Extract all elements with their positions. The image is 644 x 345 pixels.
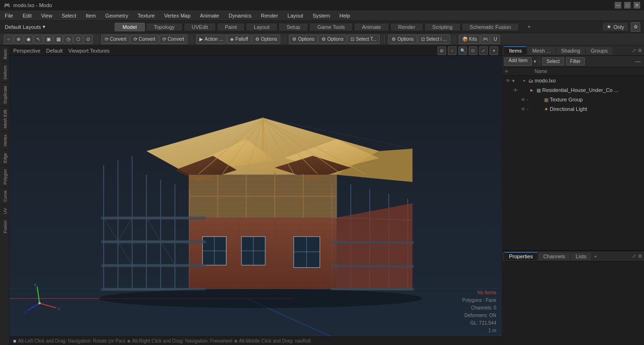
tab-schematic-fusion[interactable]: Schematic Fusion <box>462 23 519 31</box>
toolbar-kits-btn[interactable]: 📦 Kits <box>459 35 481 44</box>
menu-render[interactable]: Render <box>256 10 283 20</box>
add-item-button[interactable]: Add Item <box>504 57 532 66</box>
tab-scripting[interactable]: Scripting <box>424 23 461 31</box>
eye-icon-texture[interactable]: 👁 <box>519 96 527 103</box>
tab-render[interactable]: Render <box>390 23 423 31</box>
items-tab-items[interactable]: Items <box>504 46 527 54</box>
toolbar-paint-btn[interactable]: ▣ <box>44 35 53 44</box>
filter-button[interactable]: Filter <box>566 57 585 65</box>
tab-channels[interactable]: Channels <box>538 253 570 260</box>
settings-button[interactable]: ⚙ <box>631 22 640 32</box>
menu-animate[interactable]: Animate <box>195 10 224 20</box>
list-item-root[interactable]: 👁 + ▾ 🗂 modo.lxo <box>502 76 644 85</box>
toolbar-select-i-btn[interactable]: ⊡ Select i ... <box>418 35 450 44</box>
viewport-perspective-label[interactable]: Perspective <box>13 48 40 54</box>
toolbar-options-3-btn[interactable]: ⚙ Options <box>318 35 347 44</box>
window-controls[interactable]: — □ ✕ <box>615 2 640 9</box>
tab-lists[interactable]: Lists <box>571 253 591 260</box>
items-toolbar-arrow[interactable]: ▾ <box>534 59 536 64</box>
viewport-canvas[interactable]: X Y Z No Items Polygons : Face Channels:… <box>9 56 502 336</box>
tab-topology[interactable]: Topology <box>146 23 183 31</box>
select-button[interactable]: Select <box>542 57 564 65</box>
expand-icon-root[interactable]: ▾ <box>521 78 527 83</box>
toolbar-options-4-btn[interactable]: ⚙ Options <box>388 35 417 44</box>
viewport-menu-btn[interactable]: ▾ <box>490 46 498 55</box>
viewport-grid-btn[interactable]: ⊞ <box>438 46 446 55</box>
tab-layout[interactable]: Layout <box>246 23 277 31</box>
toolbar-edge-btn[interactable]: ⊕ <box>14 35 23 44</box>
sidebar-tab-fusion[interactable]: Fusion <box>0 217 9 236</box>
items-panel-gear-btn[interactable]: ⚙ <box>638 48 642 53</box>
add-tab-button[interactable]: + <box>520 23 535 31</box>
sidebar-tab-curve[interactable]: Curve <box>0 187 9 205</box>
toolbar-select-btn[interactable]: ↖ <box>34 35 43 44</box>
viewport-zoom-btn[interactable]: 🔍 <box>458 46 467 55</box>
toolbar-falloff-btn[interactable]: ◈ Falloff <box>227 35 251 44</box>
toolbar-convert-2[interactable]: ⟳ Convert <box>130 35 159 44</box>
menu-vertex-map[interactable]: Vertex Map <box>160 10 196 20</box>
tab-uvedit[interactable]: UVEdit <box>184 23 216 31</box>
toolbar-game-icon-btn[interactable]: 🎮 <box>481 35 490 44</box>
toolbar-convert-1[interactable]: ⟳ Convert <box>101 35 130 44</box>
tab-game-tools[interactable]: Game Tools <box>309 23 353 31</box>
toolbar-options-1-btn[interactable]: ⚙ Options <box>252 35 280 44</box>
viewport-orbit-btn[interactable]: ○ <box>448 46 456 55</box>
viewport-texture-label[interactable]: Viewport Textures <box>68 48 109 54</box>
items-minus-btn[interactable]: — <box>634 58 642 65</box>
maximize-button[interactable]: □ <box>624 2 631 9</box>
menu-geometry[interactable]: Geometry <box>100 10 133 20</box>
star-only-button[interactable]: ★ Only <box>603 23 628 31</box>
items-tab-groups[interactable]: Groups <box>586 47 612 54</box>
sidebar-tab-polygon[interactable]: Polygon <box>0 166 9 188</box>
list-item-house[interactable]: 👁 ▶ ▦ Residential_House_Under_Co ... <box>502 85 644 95</box>
sidebar-tab-edge[interactable]: Edge <box>0 150 9 166</box>
toolbar-grid-btn[interactable]: ▦ <box>54 35 63 44</box>
toolbar-poly-btn[interactable]: ◉ <box>24 35 33 44</box>
eye-icon-house[interactable]: 👁 <box>512 86 519 94</box>
tab-properties[interactable]: Properties <box>504 252 537 260</box>
list-item-light[interactable]: 👁 · ☀ Directional Light <box>502 104 644 114</box>
items-tab-mesh[interactable]: Mesh ... <box>528 47 555 54</box>
toolbar-options-2-btn[interactable]: ⚙ Options <box>289 35 317 44</box>
menu-file[interactable]: File <box>0 10 18 20</box>
tab-setup[interactable]: Setup <box>278 23 308 31</box>
eye-icon-light[interactable]: 👁 <box>519 105 527 113</box>
tab-model[interactable]: Model <box>115 23 145 31</box>
eye-icon-root[interactable]: 👁 <box>504 77 512 84</box>
toolbar-action-btn[interactable]: ▶ Action ... <box>196 35 226 44</box>
menu-item[interactable]: Item <box>81 10 100 20</box>
toolbar-hex-btn[interactable]: ⬡ <box>73 35 83 44</box>
viewport-shading-label[interactable]: Default <box>46 48 63 54</box>
toolbar-convert-3[interactable]: ⟳ Convert <box>159 35 188 44</box>
props-gear-btn[interactable]: ⚙ <box>638 254 642 259</box>
expand-icon-house[interactable]: ▶ <box>529 87 535 93</box>
menu-dynamics[interactable]: Dynamics <box>224 10 256 20</box>
close-button[interactable]: ✕ <box>634 2 640 9</box>
menu-system[interactable]: System <box>308 10 335 20</box>
sidebar-tab-deform[interactable]: Deform <box>0 62 9 82</box>
list-item-texture-group[interactable]: 👁 · ▦ Texture Group <box>502 95 644 104</box>
tab-animate[interactable]: Animate <box>354 23 389 31</box>
sidebar-tab-duplicate[interactable]: Duplicate <box>0 82 9 107</box>
toolbar-u-btn[interactable]: U <box>491 35 500 44</box>
viewport-maximize-btn[interactable]: ⤢ <box>479 46 488 55</box>
viewport-fit-btn[interactable]: ⊡ <box>469 46 477 55</box>
toolbar-rotate-btn[interactable]: ◷ <box>63 35 73 44</box>
expand-icon-light[interactable] <box>537 106 542 112</box>
expand-icon-texture[interactable] <box>537 97 542 102</box>
props-expand-btn[interactable]: ⤢ <box>632 254 636 259</box>
minimize-button[interactable]: — <box>615 2 621 9</box>
toolbar-select-t-btn[interactable]: ⊡ Select T... <box>347 35 380 44</box>
sidebar-tab-uv[interactable]: UV <box>0 205 9 217</box>
menu-view[interactable]: View <box>36 10 57 20</box>
sidebar-tab-vertex[interactable]: Vertex <box>0 131 9 150</box>
menu-help[interactable]: Help <box>335 10 355 20</box>
tab-paint[interactable]: Paint <box>217 23 245 31</box>
props-add-btn[interactable]: + <box>594 254 597 259</box>
menu-select[interactable]: Select <box>57 10 81 20</box>
items-panel-expand-btn[interactable]: ⤢ <box>632 48 636 53</box>
menu-texture[interactable]: Texture <box>133 10 160 20</box>
sidebar-tab-basic[interactable]: Basic <box>0 45 9 62</box>
toolbar-vertex-btn[interactable]: ○ <box>4 35 13 44</box>
toolbar-target-btn[interactable]: ⊙ <box>83 35 93 44</box>
